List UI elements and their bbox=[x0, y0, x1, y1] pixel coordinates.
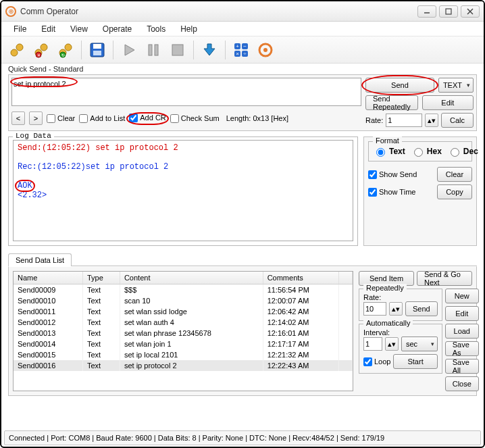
menu-operate[interactable]: Operate bbox=[96, 23, 138, 35]
rate-input[interactable] bbox=[386, 114, 422, 127]
save-as-button[interactable]: Save As bbox=[445, 341, 479, 356]
col-content[interactable]: Content bbox=[120, 272, 263, 284]
download-icon[interactable] bbox=[199, 40, 220, 60]
new-button[interactable]: New bbox=[445, 289, 479, 303]
svg-text:✕: ✕ bbox=[37, 53, 41, 57]
col-name[interactable]: Name bbox=[14, 272, 83, 284]
copy-log-button[interactable]: Copy bbox=[437, 184, 472, 199]
quicksend-label: Quick Send - Standard bbox=[8, 64, 477, 74]
clear-checkbox[interactable]: Clear bbox=[47, 114, 75, 123]
disconnect-icon[interactable]: ✕ bbox=[31, 40, 51, 60]
svg-rect-20 bbox=[172, 45, 183, 55]
connect-icon[interactable] bbox=[7, 40, 27, 60]
menu-edit[interactable]: Edit bbox=[34, 23, 62, 35]
table-row[interactable]: Send00009Text$$$11:56:54 PM bbox=[14, 284, 353, 296]
save-all-button[interactable]: Save All bbox=[445, 359, 479, 374]
interval-spinner[interactable]: ▴▾ bbox=[385, 337, 399, 351]
length-label: Length: 0x13 [Hex] bbox=[226, 114, 288, 122]
loop-checkbox[interactable]: Loop bbox=[363, 357, 390, 366]
rate-spinner[interactable]: ▴▾ bbox=[425, 114, 438, 127]
menu-help[interactable]: Help bbox=[174, 23, 204, 35]
statusbar: Connected | Port: COM8 | Baud Rate: 9600… bbox=[4, 430, 481, 445]
rate-label: Rate: bbox=[365, 116, 383, 124]
save-icon[interactable] bbox=[87, 40, 107, 60]
format-text-radio[interactable]: Text bbox=[373, 146, 405, 157]
format-dec-radio[interactable]: Dec bbox=[447, 146, 478, 157]
tabbar: Send Data List bbox=[8, 253, 477, 266]
interval-unit-select[interactable]: sec bbox=[401, 337, 438, 351]
svg-text:×: × bbox=[236, 51, 239, 57]
svg-rect-15 bbox=[93, 44, 101, 49]
log-panel: Log Data Send:(12:05:22) set ip protocol… bbox=[8, 136, 358, 246]
checksum-checkbox[interactable]: Check Sum bbox=[170, 114, 220, 123]
send-button[interactable]: Send bbox=[365, 78, 434, 93]
table-row[interactable]: Send00016Textset ip protocol 212:22:43 A… bbox=[14, 360, 353, 371]
calc-button[interactable]: Calc bbox=[441, 113, 474, 128]
rep-send-button[interactable]: Send bbox=[405, 301, 438, 316]
menu-file[interactable]: File bbox=[7, 23, 33, 35]
stop-icon[interactable] bbox=[168, 40, 188, 60]
svg-text:+: + bbox=[236, 43, 239, 49]
minimize-button[interactable] bbox=[417, 5, 436, 18]
log-output[interactable]: Send:(12:05:22) set ip protocol 2 Rec:(1… bbox=[13, 140, 353, 241]
table-row[interactable]: Send00015Textset ip local 210112:21:32 A… bbox=[14, 349, 353, 360]
svg-text:÷: ÷ bbox=[243, 51, 247, 57]
table-row[interactable]: Send00012Textset wlan auth 412:14:02 AM bbox=[14, 317, 353, 328]
svg-point-31 bbox=[263, 48, 267, 52]
play-icon[interactable] bbox=[119, 40, 139, 60]
tab-send-data-list[interactable]: Send Data List bbox=[8, 253, 72, 266]
load-button[interactable]: Load bbox=[445, 324, 479, 339]
maximize-button[interactable] bbox=[439, 5, 458, 18]
show-send-checkbox[interactable]: Show Send bbox=[368, 170, 417, 179]
table-row[interactable]: Send00014Textset wlan join 112:17:17 AM bbox=[14, 339, 353, 349]
menubar: File Edit View Operate Tools Help bbox=[1, 22, 484, 36]
auto-label: Automatically bbox=[363, 319, 413, 327]
toolbar: ✕ ↻ + − × ÷ bbox=[1, 36, 484, 64]
reconnect-icon[interactable]: ↻ bbox=[55, 40, 76, 60]
col-comments[interactable]: Comments bbox=[263, 272, 338, 284]
table-row[interactable]: Send00011Textset wlan ssid lodge12:06:42… bbox=[14, 306, 353, 317]
interval-label: Interval: bbox=[363, 328, 438, 337]
app-icon: ◎ bbox=[5, 6, 16, 17]
svg-marker-17 bbox=[125, 45, 134, 55]
quicksend-input[interactable] bbox=[11, 78, 361, 106]
target-icon[interactable] bbox=[255, 40, 276, 60]
log-title: Log Data bbox=[13, 132, 54, 140]
svg-rect-16 bbox=[93, 51, 101, 55]
menu-tools[interactable]: Tools bbox=[140, 23, 172, 35]
send-go-next-button[interactable]: Send & Go Next bbox=[417, 271, 472, 286]
svg-text:−: − bbox=[243, 43, 247, 49]
window-title: Comm Operator bbox=[20, 7, 417, 16]
svg-point-7 bbox=[41, 44, 47, 51]
format-panel: Format Text Hex Dec Show Send Clear Show… bbox=[363, 136, 477, 246]
format-title: Format bbox=[373, 136, 402, 145]
col-type[interactable]: Type bbox=[83, 272, 120, 284]
close-list-button[interactable]: Close bbox=[445, 376, 479, 391]
menu-view[interactable]: View bbox=[63, 23, 95, 35]
edit-row-button[interactable]: Edit bbox=[445, 306, 479, 321]
format-hex-radio[interactable]: Hex bbox=[411, 146, 442, 157]
repeatedly-label: Repeatedly bbox=[363, 284, 407, 292]
svg-rect-18 bbox=[149, 45, 152, 55]
pause-icon[interactable] bbox=[143, 40, 163, 60]
table-row[interactable]: Send00013Textset wlan phrase 1234567812:… bbox=[14, 328, 353, 339]
interval-input[interactable] bbox=[363, 337, 382, 351]
table-row[interactable]: Send00010Textscan 1012:00:07 AM bbox=[14, 295, 353, 306]
rep-rate-label: Rate: bbox=[363, 293, 438, 301]
add-cr-checkbox[interactable]: Add CR bbox=[129, 114, 166, 122]
clear-log-button[interactable]: Clear bbox=[437, 167, 472, 182]
add-to-list-checkbox[interactable]: Add to List bbox=[79, 114, 125, 123]
calculator-icon[interactable]: + − × ÷ bbox=[231, 40, 251, 60]
mode-select[interactable]: TEXT bbox=[438, 78, 474, 93]
close-button[interactable] bbox=[461, 5, 480, 18]
next-button[interactable]: > bbox=[29, 111, 43, 125]
start-button[interactable]: Start bbox=[393, 354, 437, 369]
send-data-table[interactable]: Name Type Content Comments Send00009Text… bbox=[13, 271, 353, 391]
prev-button[interactable]: < bbox=[11, 111, 25, 125]
show-time-checkbox[interactable]: Show Time bbox=[368, 188, 415, 197]
edit-button[interactable]: Edit bbox=[422, 95, 474, 110]
send-repeatedly-button[interactable]: Send Repeatedly bbox=[365, 95, 418, 110]
rep-rate-input[interactable] bbox=[363, 302, 386, 316]
titlebar: ◎ Comm Operator bbox=[1, 1, 484, 22]
rep-rate-spinner[interactable]: ▴▾ bbox=[389, 302, 403, 316]
